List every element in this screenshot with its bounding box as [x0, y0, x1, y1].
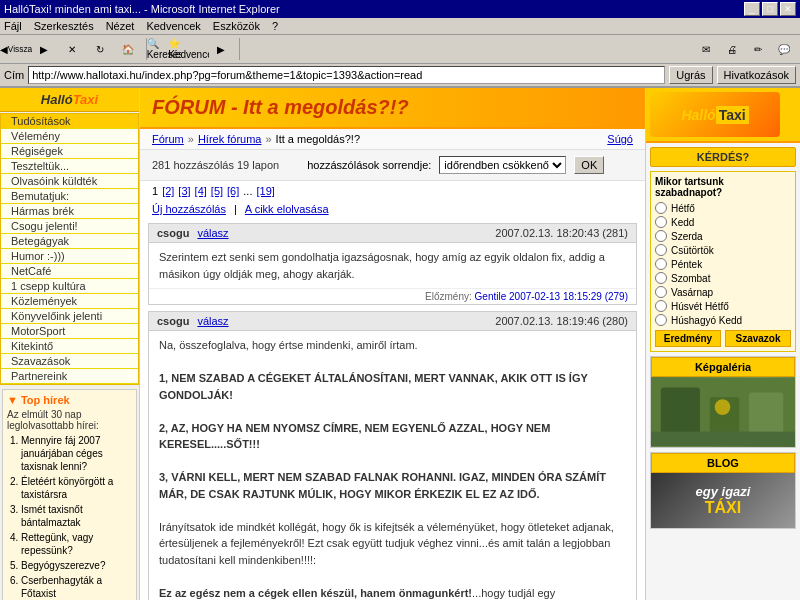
poll-option-husvet: Húsvét Hétfő — [655, 300, 791, 312]
sidebar-item-harmasbrek[interactable]: Hármas brék — [1, 204, 138, 219]
poll-radio-vasarnap[interactable] — [655, 286, 667, 298]
list-item[interactable]: Ismét taxisnőt bántalmaztak — [21, 503, 132, 529]
sidebar-item-tudositasok[interactable]: Tudósítások — [1, 114, 138, 129]
blog-big-text: egy igazi — [696, 484, 751, 499]
poll-radio-szerda[interactable] — [655, 230, 667, 242]
help-link[interactable]: Súgó — [607, 133, 633, 145]
post-281-reply[interactable]: válasz — [197, 227, 228, 239]
minimize-button[interactable]: _ — [744, 2, 760, 16]
sidebar-item-kitekinto[interactable]: Kitekintő — [1, 339, 138, 354]
result-button[interactable]: Eredmény — [655, 330, 721, 347]
svg-rect-1 — [661, 388, 700, 437]
forum-title: FÓRUM - Itt a megoldás?!? — [152, 96, 633, 119]
blog-image[interactable]: egy igazi TÁXI — [651, 473, 795, 528]
page-link-3[interactable]: [3] — [178, 185, 190, 197]
sidebar-item-motorsport[interactable]: MotorSport — [1, 324, 138, 339]
ok-button[interactable]: OK — [574, 156, 604, 174]
list-item[interactable]: Cserbenhagyták a Főtaxist — [21, 574, 132, 600]
post-count: 281 hozzászólás 19 lapon — [152, 159, 279, 171]
top-news-list: Mennyire fáj 2007 januárjában céges taxi… — [7, 434, 132, 600]
sidebar-item-netcafe[interactable]: NetCafé — [1, 264, 138, 279]
list-item[interactable]: Begyógyszerezve? — [21, 559, 132, 572]
post-281-body: Szerintem ezt senki sem gondolhatja igaz… — [149, 243, 636, 288]
sort-select[interactable]: időrendben csökkenő — [439, 156, 566, 174]
poll-option-csutortok: Csütörtök — [655, 244, 791, 256]
sidebar-item-szavazasok[interactable]: Szavazások — [1, 354, 138, 369]
top-news-subtitle: Az elmúlt 30 nap leglolvasottabb hírei: — [7, 409, 132, 431]
breadcrumb-current: Itt a megoldás?!? — [276, 133, 360, 145]
page-link-4[interactable]: [4] — [195, 185, 207, 197]
sidebar-item-konyvelok[interactable]: Könyvelőink jelenti — [1, 309, 138, 324]
sidebar-item-olvasok[interactable]: Olvasóink küldték — [1, 174, 138, 189]
breadcrumb-forum[interactable]: Fórum — [152, 133, 184, 145]
forum-header: FÓRUM - Itt a megoldás?!? — [140, 88, 645, 129]
poll-radio-hetfo[interactable] — [655, 202, 667, 214]
sidebar-item-humor[interactable]: Humor :-))) — [1, 249, 138, 264]
refresh-button[interactable]: ↻ — [88, 38, 112, 60]
list-item[interactable]: Életéért könyörgött a taxistársra — [21, 475, 132, 501]
gallery-image[interactable] — [651, 377, 795, 447]
page-link-5[interactable]: [5] — [211, 185, 223, 197]
stop-button[interactable]: ✕ — [60, 38, 84, 60]
poll-radio-hushagy[interactable] — [655, 314, 667, 326]
post-280: csogu válasz 2007.02.13. 18:19:46 (280) … — [148, 311, 637, 600]
sidebar-item-bemutatjuk[interactable]: Bemutatjuk: — [1, 189, 138, 204]
menu-file[interactable]: Fájl — [4, 20, 22, 32]
sidebar-item-partnereink[interactable]: Partnereink — [1, 369, 138, 384]
forward-button[interactable]: ▶ — [32, 38, 56, 60]
post-280-reply[interactable]: válasz — [197, 315, 228, 327]
close-button[interactable]: ✕ — [780, 2, 796, 16]
page-link-2[interactable]: [2] — [162, 185, 174, 197]
back-button[interactable]: ◀ Vissza — [4, 38, 28, 60]
read-article-link[interactable]: A cikk elolvasása — [245, 203, 329, 215]
post-281-author: csogu — [157, 227, 189, 239]
address-input[interactable] — [28, 66, 665, 84]
poll-radio-kedd[interactable] — [655, 216, 667, 228]
media-button[interactable]: ▶ — [209, 38, 233, 60]
new-post-link[interactable]: Új hozzászólás — [152, 203, 226, 215]
edit-button[interactable]: ✏ — [746, 38, 770, 60]
list-item[interactable]: Mennyire fáj 2007 januárjában céges taxi… — [21, 434, 132, 473]
page-link-6[interactable]: [6] — [227, 185, 239, 197]
go-button[interactable]: Ugrás — [669, 66, 712, 84]
window-controls[interactable]: _ □ ✕ — [744, 2, 796, 16]
home-button[interactable]: 🏠 — [116, 38, 140, 60]
post-281-footer: Előzmény: Gentile 2007-02-13 18:15:29 (2… — [149, 288, 636, 304]
mail-button[interactable]: ✉ — [694, 38, 718, 60]
post-280-body: Na, összefoglalva, hogy értse mindenki, … — [149, 331, 636, 600]
breadcrumb-hirek[interactable]: Hírek fóruma — [198, 133, 262, 145]
site-logo: HallóTaxi — [0, 88, 139, 112]
menu-edit[interactable]: Szerkesztés — [34, 20, 94, 32]
favorites-button[interactable]: ⭐ Kedvencek — [181, 38, 205, 60]
print-button[interactable]: 🖨 — [720, 38, 744, 60]
sidebar-item-regisegek[interactable]: Régiségek — [1, 144, 138, 159]
sidebar-item-kozlemenyek[interactable]: Közlemények — [1, 294, 138, 309]
menu-help[interactable]: ? — [272, 20, 278, 32]
left-sidebar: HallóTaxi Tudósítások Vélemény Régiségek… — [0, 88, 140, 600]
poll-radio-husvet[interactable] — [655, 300, 667, 312]
menu-tools[interactable]: Eszközök — [213, 20, 260, 32]
sidebar-item-betegagyak[interactable]: Betegágyak — [1, 234, 138, 249]
post-281-prev[interactable]: Gentile 2007-02-13 18:15:29 (279) — [475, 291, 628, 302]
sidebar-item-csogu[interactable]: Csogu jelenti! — [1, 219, 138, 234]
sidebar-item-velemeny[interactable]: Vélemény — [1, 129, 138, 144]
poll-radio-pentek[interactable] — [655, 258, 667, 270]
nav-section: Tudósítások Vélemény Régiségek Teszteltü… — [0, 113, 139, 385]
top-news-title[interactable]: ▼ Top hírek — [7, 394, 132, 406]
poll-option-pentek: Péntek — [655, 258, 791, 270]
discuss-button[interactable]: 💬 — [772, 38, 796, 60]
vote-button[interactable]: Szavazok — [725, 330, 791, 347]
maximize-button[interactable]: □ — [762, 2, 778, 16]
page-link-19[interactable]: [19] — [256, 185, 274, 197]
post-281-meta: 2007.02.13. 18:20:43 (281) — [495, 227, 628, 239]
sidebar-item-kultúra[interactable]: 1 csepp kultúra — [1, 279, 138, 294]
post-controls: 281 hozzászólás 19 lapon hozzászólások s… — [140, 150, 645, 181]
links-button[interactable]: Hivatkozások — [717, 66, 796, 84]
list-item[interactable]: Rettegünk, vagy repessünk? — [21, 531, 132, 557]
menu-favorites[interactable]: Kedvencek — [146, 20, 200, 32]
poll-radio-szombat[interactable] — [655, 272, 667, 284]
poll-radio-csutortok[interactable] — [655, 244, 667, 256]
menu-view[interactable]: Nézet — [106, 20, 135, 32]
svg-point-5 — [715, 399, 731, 415]
sidebar-item-teszteltuk[interactable]: Teszteltük... — [1, 159, 138, 174]
